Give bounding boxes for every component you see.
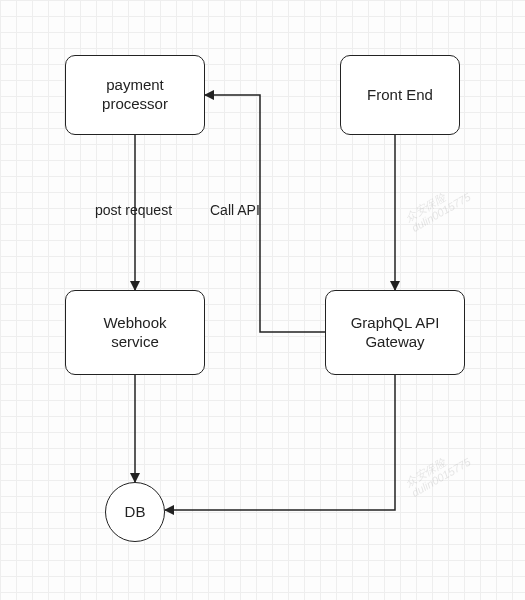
edge-label-post-request: post request <box>95 202 172 218</box>
node-webhook-service: Webhookservice <box>65 290 205 375</box>
node-payment-processor: paymentprocessor <box>65 55 205 135</box>
watermark: 众安保险 dulin0015775 <box>403 445 472 499</box>
watermark-line1: 众安保险 <box>403 456 447 488</box>
node-label: GraphQL APIGateway <box>351 314 440 352</box>
watermark-line2: dulin0015775 <box>409 456 472 499</box>
node-graphql-gateway: GraphQL APIGateway <box>325 290 465 375</box>
node-label: Webhookservice <box>103 314 166 352</box>
node-label: paymentprocessor <box>102 76 168 114</box>
node-label: Front End <box>367 86 433 105</box>
diagram-canvas: paymentprocessor Front End Webhookservic… <box>0 0 525 600</box>
watermark-line2: dulin0015775 <box>409 191 472 234</box>
node-label: DB <box>125 503 146 522</box>
watermark-line1: 众安保险 <box>403 191 447 223</box>
node-db: DB <box>105 482 165 542</box>
edge-label-call-api: Call API <box>210 202 260 218</box>
watermark: 众安保险 dulin0015775 <box>403 180 472 234</box>
node-front-end: Front End <box>340 55 460 135</box>
